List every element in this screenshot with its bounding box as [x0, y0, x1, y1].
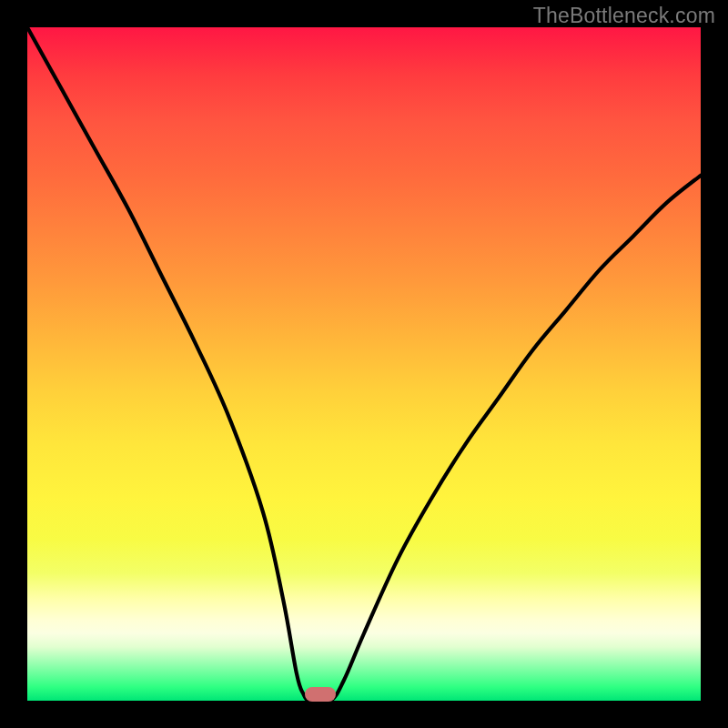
plot-area [27, 27, 701, 701]
bottleneck-marker [305, 687, 336, 702]
bottleneck-curve [27, 27, 701, 701]
watermark-text: TheBottleneck.com [533, 4, 715, 28]
chart-frame: TheBottleneck.com [0, 0, 728, 728]
